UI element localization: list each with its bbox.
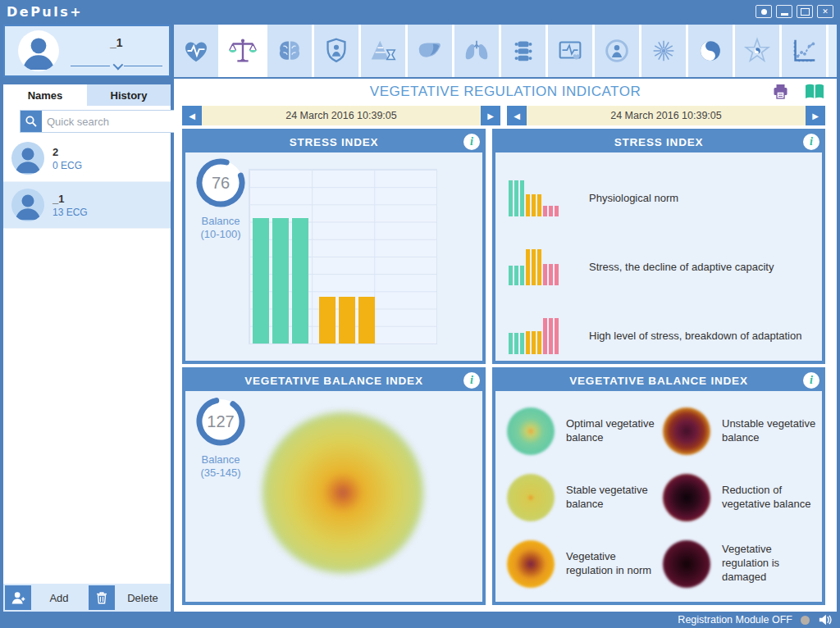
tab-pyramid-hourglass[interactable] bbox=[361, 25, 405, 77]
vegetative-balance-chart-panel: VEGETATIVE BALANCE INDEX i 127 Balance bbox=[182, 367, 486, 605]
tab-spine[interactable] bbox=[501, 25, 546, 77]
mini-bar-chart bbox=[509, 180, 563, 216]
status-bar: Registration Module OFF bbox=[0, 612, 840, 628]
tab-star[interactable] bbox=[735, 25, 779, 77]
legend-item: Reduction of vegetative balance bbox=[663, 464, 819, 530]
avatar bbox=[18, 30, 59, 71]
legend-item: Vegetative regulation is damaged bbox=[663, 530, 819, 597]
stress-index-chart-panel: STRESS INDEX i 76 Balance bbox=[182, 129, 486, 364]
title-bar: DePuls+ ✕ bbox=[0, 0, 840, 23]
heart-pulse-icon bbox=[180, 35, 212, 66]
search-icon[interactable] bbox=[21, 111, 42, 132]
spine-icon bbox=[508, 35, 539, 66]
tab-line-chart[interactable] bbox=[782, 25, 826, 77]
legend-item: Vegetative regulation in norm bbox=[507, 530, 663, 597]
info-icon[interactable]: i bbox=[803, 372, 819, 389]
legend-item: Physiological norm bbox=[509, 164, 817, 233]
patient-name: 2 bbox=[52, 146, 82, 158]
balance-legend-circle bbox=[507, 540, 555, 588]
tab-yin-yang[interactable] bbox=[688, 25, 733, 77]
prev-record-button-right[interactable]: ◀ bbox=[507, 106, 527, 125]
panel-grid: STRESS INDEX i 76 Balance bbox=[182, 129, 825, 605]
legend-label: Optimal vegetative balance bbox=[566, 417, 663, 445]
delete-button[interactable]: Delete bbox=[115, 592, 171, 604]
page-content: VEGETATIVE REGULATION INDICATOR ◀ 24 Mar… bbox=[174, 79, 837, 612]
line-chart-icon bbox=[788, 35, 819, 66]
info-icon[interactable]: i bbox=[463, 134, 480, 150]
sidebar-tabs: Names History bbox=[3, 84, 171, 106]
legend-label: Vegetative regulation in norm bbox=[566, 550, 663, 578]
minimize-icon[interactable] bbox=[776, 5, 792, 18]
legend-item: Stress, the decline of adaptive capacity bbox=[509, 233, 817, 302]
prev-record-button-left[interactable]: ◀ bbox=[182, 106, 202, 125]
tab-shield-person[interactable] bbox=[314, 25, 358, 77]
gauge-range: (10-100) bbox=[190, 228, 251, 241]
tab-history[interactable]: History bbox=[87, 84, 171, 106]
legend-item: Stable vegetative balance bbox=[507, 464, 663, 530]
patient-row[interactable]: 2 0 ECG bbox=[3, 135, 171, 182]
report-button[interactable] bbox=[804, 82, 825, 102]
shield-person-icon bbox=[321, 35, 352, 66]
balance-legend-circle bbox=[663, 474, 710, 521]
tab-lungs[interactable] bbox=[454, 25, 499, 77]
tab-heart-pulse[interactable] bbox=[174, 25, 218, 77]
gauge-value: 127 bbox=[207, 412, 234, 430]
current-patient-name: _1 bbox=[110, 36, 123, 49]
patient-row-selected[interactable]: _1 13 ECG bbox=[3, 182, 171, 229]
tab-brain[interactable] bbox=[267, 25, 312, 77]
person-circle-icon bbox=[601, 35, 632, 66]
record-datetime-left: 24 March 2016 10:39:05 bbox=[202, 106, 481, 125]
maximize-icon[interactable] bbox=[797, 5, 813, 18]
legend-label: Unstable vegetative balance bbox=[722, 417, 819, 445]
print-button[interactable] bbox=[770, 82, 791, 102]
tab-ecg-monitor[interactable] bbox=[548, 25, 592, 77]
patient-dropdown[interactable] bbox=[71, 61, 162, 71]
next-record-button-left[interactable]: ▶ bbox=[481, 106, 500, 125]
page-title: VEGETATIVE REGULATION INDICATOR bbox=[370, 84, 641, 100]
record-icon[interactable] bbox=[756, 5, 772, 18]
toolbar-filler bbox=[829, 25, 837, 77]
legend-label: High level of stress, breakdown of adapt… bbox=[589, 330, 801, 344]
delete-patient-icon[interactable] bbox=[89, 585, 115, 610]
printer-icon bbox=[770, 82, 791, 102]
gauge-ring: 76 bbox=[194, 156, 248, 210]
patient-ecg-count: 0 ECG bbox=[52, 160, 82, 171]
info-icon[interactable]: i bbox=[463, 372, 480, 389]
registration-module-status: Registration Module OFF bbox=[678, 614, 792, 626]
patient-actions: Add Delete bbox=[3, 584, 171, 612]
sound-button[interactable] bbox=[818, 613, 832, 626]
search-input[interactable] bbox=[42, 111, 196, 132]
balance-gauge: 127 Balance (35-145) bbox=[190, 394, 251, 480]
mini-bar-chart bbox=[509, 318, 563, 354]
window-controls: ✕ bbox=[756, 5, 833, 18]
legend-item: Unstable vegetative balance bbox=[663, 398, 819, 464]
status-indicator-dot bbox=[801, 616, 810, 625]
info-icon[interactable]: i bbox=[803, 134, 819, 150]
page-header: VEGETATIVE REGULATION INDICATOR bbox=[174, 79, 837, 105]
yin-yang-icon bbox=[695, 35, 726, 66]
add-button[interactable]: Add bbox=[31, 592, 87, 604]
pyramid-hourglass-icon bbox=[368, 35, 399, 66]
close-icon[interactable]: ✕ bbox=[817, 5, 833, 18]
legend-label: Stable vegetative balance bbox=[566, 484, 663, 512]
balance-legend-circle bbox=[507, 474, 555, 521]
tab-scales[interactable] bbox=[221, 25, 265, 77]
tab-names[interactable]: Names bbox=[3, 84, 87, 106]
tab-person-circle[interactable] bbox=[595, 25, 639, 77]
add-patient-icon[interactable] bbox=[5, 585, 31, 610]
legend-label: Reduction of vegetative balance bbox=[722, 484, 819, 512]
legend-label: Stress, the decline of adaptive capacity bbox=[589, 261, 774, 275]
current-patient-selector[interactable]: _1 bbox=[3, 25, 171, 77]
patient-name: _1 bbox=[52, 193, 88, 205]
tab-chakra[interactable] bbox=[641, 25, 686, 77]
date-bar-right: ◀ 24 March 2016 10:39:05 ▶ bbox=[507, 106, 825, 125]
next-record-button-right[interactable]: ▶ bbox=[806, 106, 825, 125]
tab-liver[interactable] bbox=[408, 25, 452, 77]
chakra-icon bbox=[648, 35, 679, 66]
avatar bbox=[11, 189, 44, 221]
balance-legend-circle bbox=[663, 540, 710, 588]
app-logo: DePuls+ bbox=[7, 4, 83, 20]
legend-item: Optimal vegetative balance bbox=[507, 398, 663, 464]
panel-title: VEGETATIVE BALANCE INDEX bbox=[244, 375, 422, 387]
avatar bbox=[11, 142, 44, 175]
